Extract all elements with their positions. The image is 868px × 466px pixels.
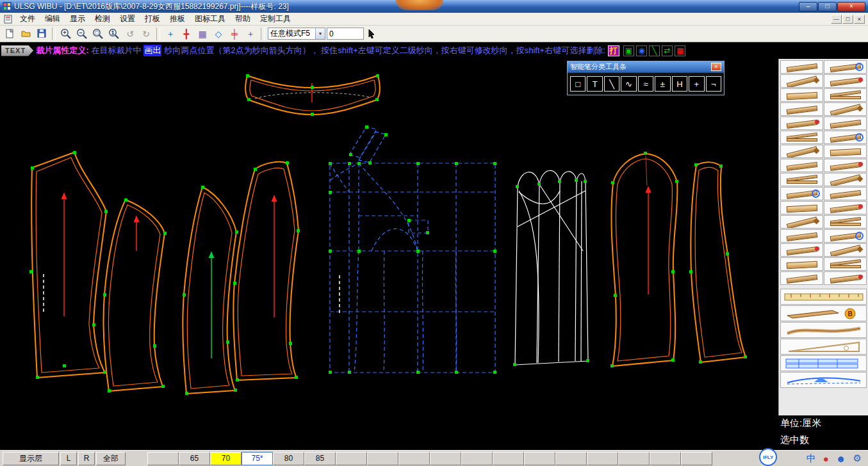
menu-item-1[interactable]: 文件 [15, 13, 40, 25]
menu-item-8[interactable]: 图标工具 [190, 13, 230, 25]
open-file-button[interactable] [18, 27, 33, 41]
close-button[interactable]: × [837, 2, 865, 12]
size-cell-empty-16[interactable] [650, 452, 681, 465]
red-dot-icon[interactable]: ● [823, 453, 829, 464]
side-tool-05[interactable] [780, 88, 823, 102]
draft-construction-lines[interactable] [330, 127, 495, 373]
triangle-ruler-tool[interactable] [780, 339, 867, 355]
side-tool-22[interactable] [824, 201, 867, 214]
swap-arrows-icon[interactable]: ⇄ [662, 45, 673, 56]
delete-mode-icon[interactable]: ▦ [675, 45, 685, 56]
spline-plane-tool[interactable] [780, 372, 867, 388]
rect-select-mode-icon[interactable]: ▣ [623, 45, 634, 56]
side-tool-16[interactable] [824, 159, 867, 172]
side-tool-25[interactable] [780, 229, 823, 243]
redo-button[interactable]: ↻ [138, 27, 154, 41]
smart-pen-toolbar[interactable]: 智能笔分类工具条 × □T╲∿≈±H+¬ [567, 61, 725, 95]
size-cell-empty-17[interactable] [681, 452, 712, 465]
side-tool-14[interactable] [824, 145, 867, 158]
red-plus-tool-button[interactable]: ╪ [227, 27, 242, 41]
grading-ruler-tool[interactable] [780, 355, 867, 371]
close-icon[interactable]: × [711, 63, 721, 71]
side-tool-29[interactable] [780, 257, 823, 271]
side-tool-32[interactable] [824, 271, 867, 285]
size-cell-empty-8[interactable] [398, 452, 430, 465]
maximize-button[interactable]: □ [818, 2, 837, 12]
side-tool-31[interactable] [780, 271, 823, 285]
curve-tool-button[interactable]: ∿ [621, 76, 636, 92]
blue-cross-tool-button[interactable]: + [163, 27, 178, 41]
size-cell-75[interactable]: 75* [242, 452, 273, 465]
size-cell-empty-10[interactable] [461, 452, 493, 465]
side-tool-09[interactable] [780, 116, 823, 130]
side-tool-15[interactable] [780, 159, 823, 172]
size-cell-70[interactable]: 70 [210, 452, 242, 465]
pattern-piece-under-sleeve[interactable] [691, 162, 746, 362]
point-tool-button[interactable]: + [243, 27, 258, 41]
value-input[interactable] [327, 28, 364, 40]
size-cell-empty-12[interactable] [524, 452, 555, 465]
combo-arrow-icon[interactable]: ▼ [315, 28, 325, 39]
side-tool-03[interactable] [780, 74, 823, 88]
pencil-b-tool[interactable]: B [780, 305, 867, 321]
pattern-piece-back[interactable] [233, 162, 299, 380]
size-cell-85[interactable]: 85 [304, 452, 336, 465]
size-cell-empty-15[interactable] [618, 452, 650, 465]
draft-white-piece[interactable] [515, 170, 588, 365]
size-cell-empty-14[interactable] [587, 452, 618, 465]
size-cell-80[interactable]: 80 [273, 452, 304, 465]
side-tool-27[interactable] [780, 243, 823, 257]
menu-item-10[interactable]: 定制工具 [256, 13, 295, 25]
zoom-in-button[interactable]: + [58, 27, 74, 41]
side-tool-11[interactable] [780, 131, 823, 144]
drawing-canvas[interactable] [0, 59, 778, 450]
size-cell-empty-6[interactable] [336, 452, 367, 465]
size-cell-65[interactable]: 65 [179, 452, 210, 465]
side-tool-17[interactable] [780, 173, 823, 186]
menu-item-4[interactable]: 检测 [90, 13, 115, 25]
side-tool-08[interactable] [824, 102, 867, 116]
zoom-window-button[interactable]: □ [90, 27, 106, 41]
h-tool-button[interactable]: H [672, 76, 687, 92]
mdi-restore-button[interactable]: □ [842, 15, 853, 24]
cross-tool-button[interactable]: + [689, 76, 704, 92]
size-cell-empty-13[interactable] [555, 452, 587, 465]
side-tool-02[interactable] [824, 60, 867, 74]
mdi-minimize-button[interactable]: — [831, 15, 842, 24]
rect-tool-button[interactable]: □ [570, 76, 585, 92]
all-sizes-button[interactable]: 全部 [96, 452, 126, 465]
save-file-button[interactable] [34, 27, 49, 41]
menu-item-2[interactable]: 编辑 [40, 13, 65, 25]
side-tool-26[interactable] [824, 229, 867, 243]
settings-gear-icon[interactable]: ⚙ [853, 453, 862, 464]
wave-tool-button[interactable]: ≈ [638, 76, 653, 92]
menu-item-7[interactable]: 推板 [165, 13, 190, 25]
display-layer-button[interactable]: 显示层 [3, 452, 59, 465]
active-tool-button[interactable]: 打 [608, 45, 619, 56]
pattern-piece-front[interactable] [31, 152, 106, 378]
zoom-fit-button[interactable]: 1 [106, 27, 122, 41]
size-cell-empty-11[interactable] [493, 452, 524, 465]
size-cell-empty-7[interactable] [367, 452, 398, 465]
side-tool-06[interactable] [824, 88, 867, 102]
side-tool-21[interactable] [780, 201, 823, 214]
smart-pen-titlebar[interactable]: 智能笔分类工具条 × [568, 61, 724, 72]
level-tool-button[interactable]: ± [655, 76, 670, 92]
size-cell-empty-0[interactable] [147, 452, 179, 465]
text-tool-button[interactable]: T [587, 76, 602, 92]
corner-tool-button[interactable]: ¬ [706, 76, 721, 92]
side-tool-10[interactable] [824, 116, 867, 130]
pattern-piece-side-front[interactable] [103, 200, 165, 391]
red-cross-tool-button[interactable]: ╋ [179, 27, 194, 41]
diamond-tool-button[interactable]: ◇ [211, 27, 226, 41]
long-ruler-tool[interactable] [780, 289, 867, 305]
mode-select[interactable]: 任意模式F5 ▼ [268, 28, 325, 40]
mdi-close-button[interactable]: × [854, 15, 865, 24]
side-tool-19[interactable] [780, 187, 823, 200]
point-mode-icon[interactable]: ◉ [636, 45, 647, 56]
line-tool-button[interactable]: ╲ [604, 76, 619, 92]
side-tool-30[interactable] [824, 257, 867, 271]
user-icon[interactable]: ☻ [836, 453, 846, 464]
pick-cursor-button[interactable] [364, 27, 379, 41]
undo-button[interactable]: ↺ [122, 27, 138, 41]
